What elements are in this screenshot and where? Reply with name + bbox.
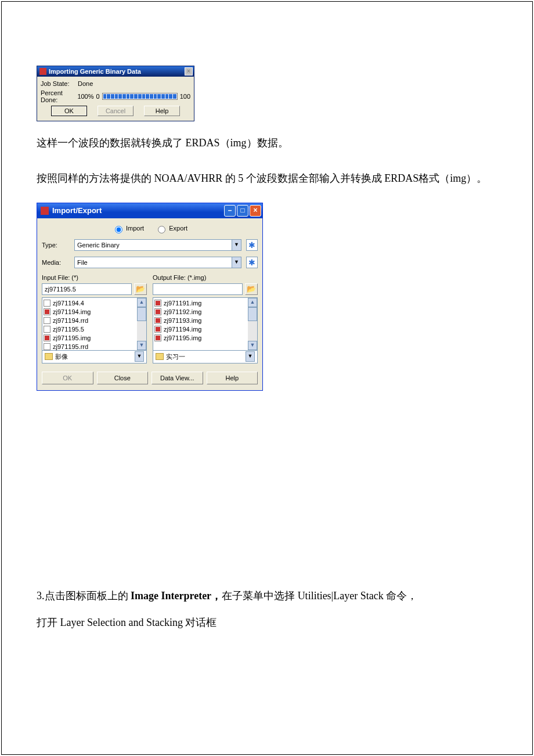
paragraph-2: 按照同样的方法将提供的 NOAA/AVHRR 的 5 个波段数据全部输入并转换成… [37, 165, 497, 192]
import-radio[interactable]: Import [112, 225, 144, 232]
percent-done-label: Percent Done: [41, 89, 77, 103]
image-file-icon [154, 308, 161, 315]
list-item[interactable]: zj971194.img [154, 325, 247, 334]
browse-input-button[interactable]: 📂 [134, 283, 147, 295]
minimize-icon[interactable]: – [224, 205, 236, 217]
list-item[interactable]: zj971195.img [44, 334, 136, 343]
output-file-field[interactable] [153, 283, 243, 295]
type-label: Type: [42, 242, 70, 249]
list-item[interactable]: zj971192.img [154, 308, 247, 316]
output-folder-name: 实习一 [166, 352, 185, 361]
file-name: zj971194.rrd [53, 317, 88, 324]
chevron-down-icon[interactable]: ▼ [246, 351, 255, 362]
chevron-down-icon[interactable]: ▼ [135, 351, 144, 362]
list-item[interactable]: zj971194.rrd [44, 316, 136, 325]
progress-scale-right: 100 [180, 93, 190, 100]
export-radio[interactable]: Export [155, 225, 187, 232]
app-icon [41, 207, 49, 215]
maximize-icon[interactable]: □ [237, 205, 248, 217]
help-button[interactable]: Help [207, 372, 258, 384]
chevron-down-icon[interactable]: ▼ [232, 240, 241, 250]
image-file-icon [154, 326, 161, 333]
importing-dialog: Importing Generic Binary Data × Job Stat… [37, 66, 194, 121]
media-star-button[interactable]: ✱ [246, 257, 258, 268]
file-name: zj971195.img [164, 334, 201, 341]
list-item[interactable]: zj971195.5 [44, 325, 136, 334]
list-item[interactable]: zj971195.img [154, 334, 247, 343]
output-folder-combobox[interactable]: 实习一 ▼ [153, 351, 258, 363]
type-value: Generic Binary [77, 242, 120, 249]
document-file-icon [44, 343, 50, 350]
close-icon[interactable]: × [250, 205, 261, 217]
progress-scale-left: 0 [96, 93, 100, 100]
file-name: zj971194.img [53, 308, 91, 315]
scrollbar[interactable]: ▲ ▼ [248, 298, 257, 350]
file-name: zj971195.rrd [53, 343, 88, 350]
file-name: zj971193.img [164, 317, 201, 324]
data-view-button[interactable]: Data View... [151, 372, 203, 384]
paragraph-3: 3.点击图标面板上的 Image Interpreter，在子菜单中选择 Uti… [37, 582, 497, 637]
file-name: zj971191.img [164, 300, 201, 307]
scroll-down-icon[interactable]: ▼ [137, 341, 146, 350]
close-icon[interactable]: × [185, 67, 193, 75]
list-item[interactable]: zj971194.4 [44, 299, 136, 308]
cancel-button: Cancel [98, 106, 134, 116]
folder-icon [156, 353, 164, 360]
media-value: File [77, 259, 88, 266]
input-folder-combobox[interactable]: 影像 ▼ [42, 351, 147, 363]
image-file-icon [44, 308, 50, 315]
close-button[interactable]: Close [97, 372, 149, 384]
help-button[interactable]: Help [144, 106, 180, 116]
image-file-icon [44, 334, 50, 341]
ok-button: OK [42, 372, 93, 384]
type-star-button[interactable]: ✱ [246, 239, 258, 251]
import-export-dialog: Import/Export – □ × Import Export Type: … [37, 203, 263, 391]
list-item[interactable]: zj971191.img [154, 299, 247, 308]
file-name: zj971192.img [164, 308, 201, 315]
import-export-titlebar[interactable]: Import/Export – □ × [37, 203, 262, 218]
progress-bar [102, 93, 178, 100]
list-item[interactable]: zj971194.img [44, 308, 136, 316]
file-name: zj971194.4 [53, 300, 84, 307]
scroll-up-icon[interactable]: ▲ [137, 298, 146, 307]
import-export-title: Import/Export [52, 206, 102, 215]
input-file-list[interactable]: zj971194.4zj971194.imgzj971194.rrdzj9711… [42, 297, 147, 351]
file-name: zj971195.5 [53, 326, 84, 333]
media-combobox[interactable]: File ▼ [74, 257, 241, 268]
folder-icon [45, 353, 53, 360]
input-file-field[interactable] [42, 283, 132, 295]
output-file-header: Output File: (*.img) [153, 274, 258, 281]
ok-button[interactable]: OK [51, 106, 87, 116]
scrollbar[interactable]: ▲ ▼ [137, 298, 146, 350]
percent-done-value: 100% [77, 93, 93, 100]
document-file-icon [44, 300, 50, 307]
type-combobox[interactable]: Generic Binary ▼ [74, 239, 241, 251]
input-folder-name: 影像 [55, 352, 68, 361]
list-item[interactable]: zj971193.img [154, 316, 247, 325]
app-icon [39, 68, 46, 75]
importing-dialog-titlebar[interactable]: Importing Generic Binary Data × [37, 66, 194, 77]
input-file-header: Input File: (*) [42, 274, 147, 281]
image-file-icon [154, 334, 161, 341]
image-file-icon [154, 317, 161, 324]
output-file-list[interactable]: zj971191.imgzj971192.imgzj971193.imgzj97… [153, 297, 258, 351]
job-state-label: Job State: [41, 80, 78, 87]
job-state-value: Done [78, 80, 93, 87]
document-file-icon [44, 326, 50, 333]
file-name: zj971195.img [53, 334, 91, 341]
file-name: zj971194.img [164, 326, 201, 333]
chevron-down-icon[interactable]: ▼ [232, 257, 241, 268]
paragraph-1: 这样一个波段的数据就转换成了 ERDAS（img）数据。 [37, 129, 497, 157]
importing-dialog-title: Importing Generic Binary Data [49, 68, 141, 75]
scroll-down-icon[interactable]: ▼ [248, 341, 257, 350]
document-file-icon [44, 317, 50, 324]
image-file-icon [154, 300, 161, 307]
scroll-up-icon[interactable]: ▲ [248, 298, 257, 307]
media-label: Media: [42, 259, 70, 266]
list-item[interactable]: zj971195.rrd [44, 343, 136, 350]
browse-output-button[interactable]: 📂 [245, 283, 258, 295]
